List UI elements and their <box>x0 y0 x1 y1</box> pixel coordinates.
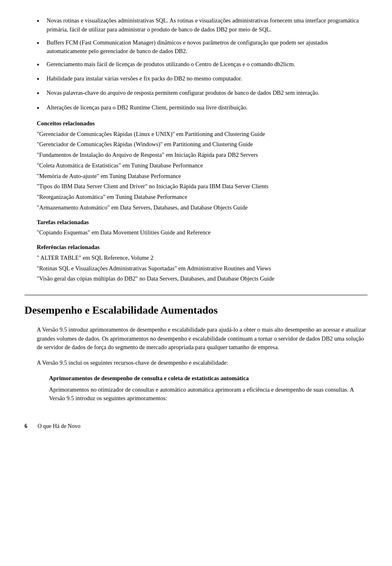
conceito-7: "Armazenamento Automático" em Data Serve… <box>37 203 368 212</box>
tarefa-0: "Copiando Esquemas" em Data Movement Uti… <box>37 228 368 237</box>
page-number: 6 <box>24 422 31 430</box>
bullet-dot-6: • <box>37 103 44 114</box>
page: • Novas rotinas e visualizações administ… <box>0 16 392 430</box>
bullet-item-1: • Novas rotinas e visualizações administ… <box>37 16 368 34</box>
conceito-6: "Reorganização Automática" em Tuning Dat… <box>37 193 368 202</box>
conceito-3: "Coleta Automática de Estatísticas" em T… <box>37 161 368 170</box>
chapter-heading: Desempenho e Escalabilidade Aumentados <box>24 303 368 317</box>
bullet-section: • Novas rotinas e visualizações administ… <box>24 16 368 283</box>
bullet-dot-5: • <box>37 89 44 99</box>
bullet-text-5: Novas palavras-chave do arquivo de respo… <box>47 89 368 98</box>
bullet-dot-2: • <box>37 38 44 49</box>
footer-title: O que Há de Novo <box>38 422 80 430</box>
bullet-text-4: Habilidade para instalar várias versões … <box>47 74 368 83</box>
bullet-item-2: • Buffers FCM (Fast Communication Manage… <box>37 38 368 56</box>
referencia-1: "Rotinas SQL e Visualizações Administrat… <box>37 264 368 273</box>
bullet-dot-4: • <box>37 74 44 85</box>
bullet-dot-3: • <box>37 60 44 70</box>
sub-para: Aprimoramentos no otimizador de consulta… <box>24 386 368 403</box>
bullet-item-6: • Alterações de licenças para o DB2 Runt… <box>37 103 368 114</box>
conceito-2: "Fundamentos de Instalação do Arquivo de… <box>37 151 368 160</box>
intro-para-1: A Versão 9.5 introduz aprimoramentos de … <box>24 325 368 352</box>
referencias-label: Referências relacionadas <box>37 243 368 252</box>
sub-heading: Aprimoramentos de desempenho de consulta… <box>24 374 368 383</box>
bullet-text-6: Alterações de licenças para o DB2 Runtim… <box>47 103 368 112</box>
bullet-dot-1: • <box>37 16 44 27</box>
conceito-4: "Memória de Auto-ajuste" em Tuning Datab… <box>37 172 368 181</box>
referencia-2: "Visão geral das cópias múltiplas do DB2… <box>37 274 368 283</box>
referencia-0: " ALTER TABLE" em SQL Reference, Volume … <box>37 254 368 263</box>
intro-para-2: A Versão 9.5 inclui os seguintes recurso… <box>24 359 368 368</box>
bullet-text-2: Buffers FCM (Fast Communication Manager)… <box>47 38 368 56</box>
bullet-text-1: Novas rotinas e visualizações administra… <box>47 16 368 34</box>
footer: 6 O que Há de Novo <box>24 419 368 430</box>
bullet-item-3: • Gerenciamento mais fácil de licenças d… <box>37 60 368 70</box>
conceito-5: "Tipos do IBM Data Server Client and Dri… <box>37 182 368 191</box>
conceito-1: "Gerenciador de Comunicações Rápidas (Wi… <box>37 140 368 149</box>
tarefas-label: Tarefas relacionadas <box>37 218 368 227</box>
conceito-0: "Gerenciador de Comunicações Rápidas (Li… <box>37 130 368 139</box>
bullet-item-4: • Habilidade para instalar várias versõe… <box>37 74 368 85</box>
section-divider <box>24 295 368 295</box>
conceitos-label: Conceitos relacionados <box>37 119 368 128</box>
bullet-item-5: • Novas palavras-chave do arquivo de res… <box>37 89 368 99</box>
bullet-text-3: Gerenciamento mais fácil de licenças de … <box>47 60 368 69</box>
